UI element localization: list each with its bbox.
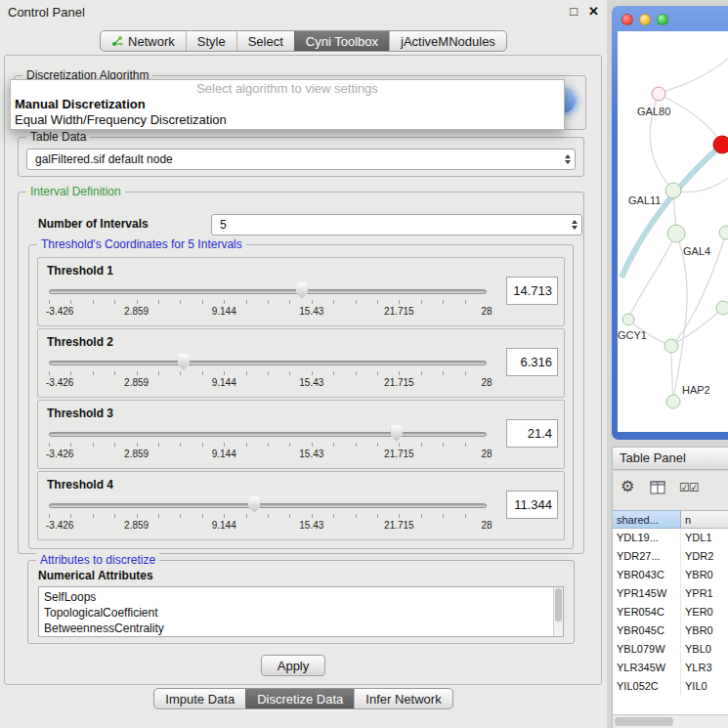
threshold-panel: Threshold 1 -3.426 2.859 9.144 15.43 21.… (37, 257, 565, 326)
tab-impute-data[interactable]: Impute Data (154, 689, 245, 708)
close-icon[interactable]: ✕ (588, 4, 599, 19)
threshold-value-field[interactable]: 6.316 (506, 348, 558, 376)
slider-thumb[interactable] (296, 282, 309, 299)
table-cell-shared-name[interactable]: YIL052C (613, 677, 681, 696)
list-scrollbar[interactable] (553, 587, 563, 636)
close-window-button[interactable] (621, 14, 633, 25)
table-row[interactable]: YIL052C YIL0 (613, 677, 728, 696)
threshold-slider[interactable]: -3.426 2.859 9.144 15.43 21.715 28 (46, 424, 490, 465)
interval-definition-group: Interval Definition Number of Intervals … (18, 192, 584, 554)
table-row[interactable]: YLR345W YLR3 (613, 659, 728, 677)
table-hscrollbar[interactable] (613, 714, 728, 728)
apply-button[interactable]: Apply (261, 655, 325, 676)
column-header-name[interactable]: n (681, 510, 728, 529)
slider-track[interactable] (49, 361, 487, 365)
table-row[interactable]: YPR145W YPR1 (613, 584, 728, 603)
attribute-list-item[interactable]: TopologicalCoefficient (44, 605, 563, 621)
network-edge[interactable] (673, 234, 687, 402)
tab-label: Cyni Toolbox (306, 34, 378, 49)
table-cell-name[interactable]: YIL0 (681, 677, 728, 696)
network-node[interactable] (667, 225, 685, 242)
network-edge[interactable] (621, 145, 722, 278)
table-cell-name[interactable]: YDR2 (681, 547, 728, 566)
select-checkboxes-icon[interactable]: ☑☑ (679, 481, 699, 494)
table-cell-shared-name[interactable]: YBR043C (613, 566, 681, 584)
tab-style[interactable]: Style (186, 31, 236, 51)
network-node[interactable] (665, 183, 681, 198)
scale-tick-label: 15.43 (299, 377, 323, 388)
table-cell-name[interactable]: YBR0 (681, 566, 728, 584)
network-node[interactable] (666, 395, 680, 408)
table-row[interactable]: YDL19... YDL1 (613, 529, 728, 547)
slider-thumb[interactable] (390, 425, 403, 442)
slider-track[interactable] (49, 503, 487, 508)
table-data-combobox[interactable]: galFiltered.sif default node (26, 149, 576, 170)
table-cell-name[interactable]: YDL1 (681, 529, 728, 547)
threshold-value-field[interactable]: 21.4 (506, 419, 558, 448)
float-icon[interactable]: □ (570, 4, 578, 19)
network-edge[interactable] (659, 59, 728, 94)
slider-thumb[interactable] (248, 496, 261, 513)
table-row[interactable]: YDR27... YDR2 (613, 547, 728, 566)
threshold-value-field[interactable]: 14.713 (506, 277, 558, 305)
scrollbar-thumb[interactable] (615, 717, 673, 726)
minimize-window-button[interactable] (639, 14, 651, 25)
num-intervals-combobox[interactable]: 5 (211, 214, 582, 236)
table-cell-shared-name[interactable]: YBL079W (613, 640, 681, 659)
tab-infer-network[interactable]: Infer Network (354, 689, 451, 708)
slider-thumb[interactable] (177, 354, 190, 370)
dropdown-option-manual[interactable]: Manual Discretization (11, 97, 564, 112)
attribute-list-item[interactable]: SelfLoops (44, 589, 563, 605)
numerical-attributes-list[interactable]: SelfLoops TopologicalCoefficient Between… (38, 586, 564, 637)
column-header-shared-name[interactable]: shared... (613, 510, 681, 529)
network-edge[interactable] (671, 346, 673, 402)
zoom-window-button[interactable] (657, 14, 668, 25)
table-cell-name[interactable]: YER0 (681, 603, 728, 621)
network-node[interactable] (713, 136, 728, 153)
dropdown-option-equal-width[interactable]: Equal Width/Frequency Discretization (11, 112, 564, 128)
tab-jactivemnodules[interactable]: jActiveMNodules (389, 31, 506, 51)
network-edge[interactable] (671, 308, 723, 346)
slider-track[interactable] (49, 432, 487, 437)
network-node[interactable] (622, 314, 634, 325)
table-cell-name[interactable]: YPR1 (681, 584, 728, 603)
threshold-slider[interactable]: -3.426 2.859 9.144 15.43 21.715 28 (46, 353, 490, 394)
table-row[interactable]: YBL079W YBL0 (613, 640, 728, 659)
tab-network[interactable]: Network (101, 31, 186, 51)
scale-tick-label: 28 (481, 449, 492, 459)
scrollbar-thumb[interactable] (555, 588, 562, 621)
threshold-slider[interactable]: -3.426 2.859 9.144 15.43 21.715 28 (46, 495, 490, 536)
combo-stepper-icon[interactable] (565, 154, 571, 164)
table-cell-name[interactable]: YLR3 (681, 659, 728, 677)
thresholds-group: Threshold's Coordinates for 5 Intervals … (28, 244, 574, 549)
tab-cyni-toolbox[interactable]: Cyni Toolbox (294, 31, 389, 51)
table-cell-name[interactable]: YBR0 (681, 621, 728, 640)
network-node[interactable] (716, 301, 728, 315)
combo-stepper-icon[interactable] (572, 220, 578, 230)
table-row[interactable]: YBR043C YBR0 (613, 566, 728, 584)
table-cell-shared-name[interactable]: YDR27... (613, 547, 681, 566)
slider-ticks (49, 371, 487, 375)
table-cell-shared-name[interactable]: YPR145W (613, 584, 681, 603)
network-node[interactable] (652, 87, 665, 101)
threshold-slider[interactable]: -3.426 2.859 9.144 15.43 21.715 28 (46, 281, 490, 322)
threshold-value-field[interactable]: 11.344 (506, 491, 558, 519)
tab-discretize-data[interactable]: Discretize Data (245, 689, 354, 708)
table-row[interactable]: YER054C YER0 (613, 603, 728, 621)
table-cell-shared-name[interactable]: YBR045C (613, 621, 681, 640)
columns-icon[interactable] (650, 481, 665, 498)
table-cell-shared-name[interactable]: YDL19... (613, 529, 681, 547)
slider-scale-labels: -3.426 2.859 9.144 15.43 21.715 28 (49, 449, 487, 460)
network-node[interactable] (664, 339, 678, 353)
table-cell-shared-name[interactable]: YER054C (613, 603, 681, 621)
attribute-list-item[interactable]: BetweennessCentrality (44, 621, 563, 636)
tab-select[interactable]: Select (236, 31, 294, 51)
slider-track[interactable] (49, 289, 487, 294)
table-cell-shared-name[interactable]: YLR345W (613, 659, 681, 677)
table-cell-name[interactable]: YBL0 (681, 640, 728, 659)
network-edge[interactable] (659, 94, 722, 145)
network-node[interactable] (719, 226, 728, 239)
table-row[interactable]: YBR045C YBR0 (613, 621, 728, 640)
gear-icon[interactable]: ⚙ (621, 477, 634, 495)
network-canvas[interactable]: GAL80GAL11GAL4GCY1HAP2 (618, 31, 728, 432)
